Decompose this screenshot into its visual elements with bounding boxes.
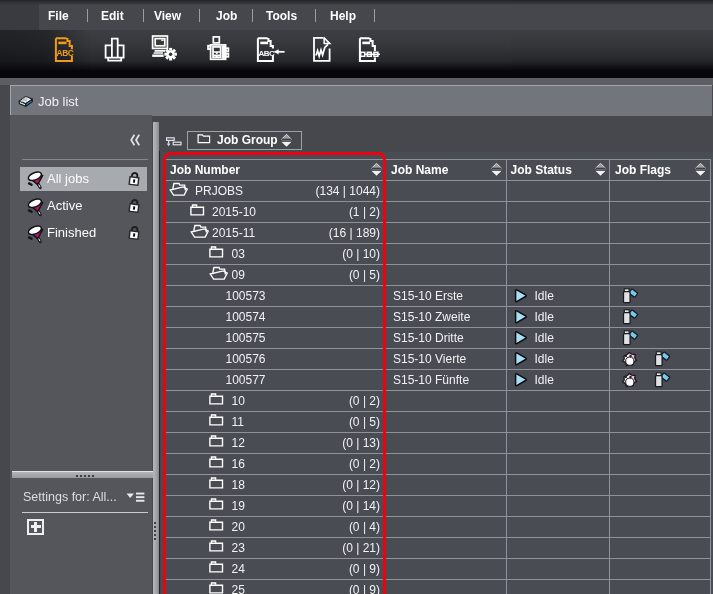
svg-text:ABC: ABC [57,48,74,58]
svg-text:ABC: ABC [258,49,275,58]
